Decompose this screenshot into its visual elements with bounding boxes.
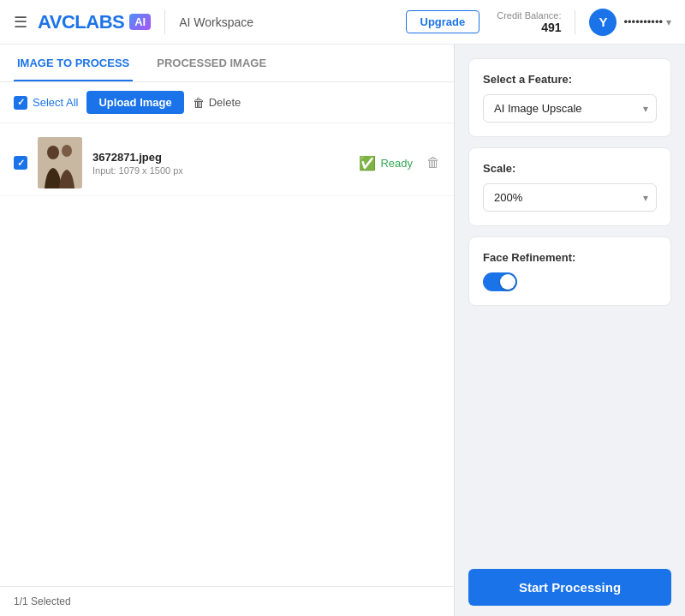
feature-card: Select a Feature: AI Image Upscale ▾	[468, 58, 671, 137]
delete-button[interactable]: 🗑 Delete	[193, 96, 241, 110]
logo: AVCLABS AI	[38, 11, 151, 33]
table-row: 3672871.jpeg Input: 1079 x 1500 px ✅ Rea…	[0, 130, 454, 196]
upload-image-button[interactable]: Upload Image	[86, 91, 183, 114]
file-status: ✅ Ready	[359, 155, 413, 171]
delete-label: Delete	[209, 96, 241, 109]
select-all-control[interactable]: Select All	[14, 96, 78, 110]
avatar: Y	[589, 9, 616, 36]
toggle-knob	[500, 274, 515, 290]
menu-icon[interactable]: ☰	[14, 13, 27, 32]
file-name: 3672871.jpeg	[92, 151, 359, 164]
check-circle-icon: ✅	[359, 155, 376, 171]
logo-ai-badge: AI	[129, 14, 151, 30]
header-divider	[164, 10, 165, 34]
toolbar: Select All Upload Image 🗑 Delete	[0, 82, 454, 123]
scale-card: Scale: 100% 200% 400% ▾	[468, 147, 671, 226]
file-thumbnail	[38, 137, 82, 188]
status-bar: 1/1 Selected	[0, 586, 454, 616]
credit-value: 491	[497, 21, 561, 34]
header: ☰ AVCLABS AI AI Workspace Upgrade Credit…	[0, 0, 685, 45]
feature-select[interactable]: AI Image Upscale	[483, 94, 657, 123]
logo-avclabs: AVCLABS	[38, 11, 124, 33]
trash-icon: 🗑	[193, 96, 205, 110]
file-checked[interactable]	[14, 156, 27, 170]
chevron-down-icon: ▾	[666, 16, 671, 28]
face-refinement-card: Face Refinement:	[468, 236, 671, 306]
credit-balance: Credit Balance: 491	[497, 10, 561, 34]
right-panel: Select a Feature: AI Image Upscale ▾ Sca…	[454, 45, 685, 616]
start-processing-wrap: Start Processing	[455, 559, 685, 616]
feature-select-wrapper: AI Image Upscale ▾	[483, 94, 657, 123]
file-delete-icon[interactable]: 🗑	[426, 155, 440, 170]
face-refinement-toggle[interactable]	[483, 272, 517, 291]
selected-count: 1/1 Selected	[14, 595, 71, 607]
tabs: IMAGE TO PROCESS PROCESSED IMAGE	[0, 45, 454, 82]
left-panel: IMAGE TO PROCESS PROCESSED IMAGE Select …	[0, 45, 454, 616]
user-name: ••••••••••	[623, 15, 663, 28]
header-vert-divider	[575, 10, 575, 34]
credit-label: Credit Balance:	[497, 10, 561, 21]
right-panel-inner: Select a Feature: AI Image Upscale ▾ Sca…	[455, 45, 685, 559]
select-all-label: Select All	[33, 96, 78, 109]
main-layout: IMAGE TO PROCESS PROCESSED IMAGE Select …	[0, 45, 685, 616]
select-all-checkbox[interactable]	[14, 96, 27, 110]
start-processing-button[interactable]: Start Processing	[468, 569, 671, 606]
scale-select[interactable]: 100% 200% 400%	[483, 183, 657, 212]
status-text: Ready	[380, 157, 413, 170]
scale-select-wrapper: 100% 200% 400% ▾	[483, 183, 657, 212]
svg-point-2	[62, 145, 72, 157]
file-checkbox[interactable]	[14, 156, 27, 170]
file-info: 3672871.jpeg Input: 1079 x 1500 px	[92, 151, 359, 176]
user-info[interactable]: Y •••••••••• ▾	[589, 9, 671, 36]
scale-label: Scale:	[483, 162, 657, 175]
workspace-label: AI Workspace	[179, 15, 253, 29]
svg-point-1	[47, 146, 59, 159]
feature-label: Select a Feature:	[483, 73, 657, 86]
tab-processed-image[interactable]: PROCESSED IMAGE	[153, 45, 270, 81]
file-list: 3672871.jpeg Input: 1079 x 1500 px ✅ Rea…	[0, 123, 454, 586]
face-refinement-label: Face Refinement:	[483, 251, 657, 264]
face-refinement-toggle-wrap	[483, 272, 657, 291]
file-dimensions: Input: 1079 x 1500 px	[92, 165, 359, 176]
upgrade-button[interactable]: Upgrade	[406, 10, 480, 33]
tab-image-to-process[interactable]: IMAGE TO PROCESS	[14, 45, 133, 81]
